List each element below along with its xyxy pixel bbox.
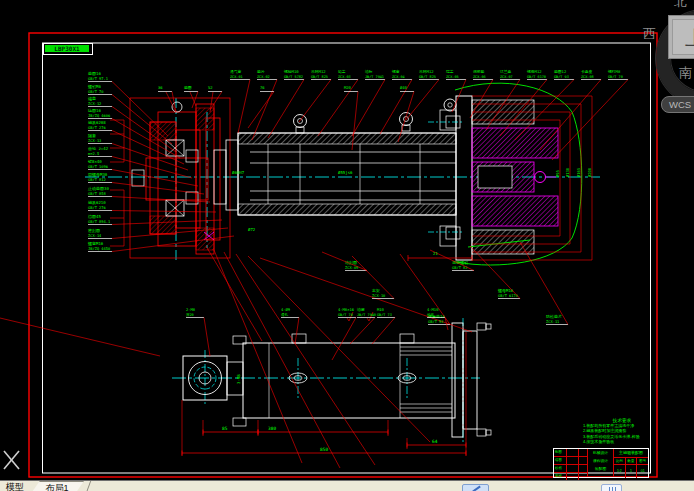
bottom-side-view[interactable]: [172, 318, 491, 456]
status-toggle-ruler[interactable]: [601, 484, 622, 491]
part-callout-label[interactable]: 螺塞M16: [88, 241, 104, 246]
part-callout-label[interactable]: 螺栓M10: [284, 69, 299, 74]
dim-text[interactable]: ZCX-01: [230, 75, 243, 79]
dim-text[interactable]: ZCX-14: [88, 234, 102, 238]
dim-text[interactable]: m=2.5: [88, 152, 99, 156]
dim-text[interactable]: 均布: [426, 313, 435, 317]
dim-text[interactable]: GB/T 6170: [527, 75, 546, 79]
dim-text[interactable]: ZCX-08: [581, 75, 594, 79]
dim-text[interactable]: 64: [432, 439, 438, 444]
part-callout-label[interactable]: 调整垫: [473, 69, 485, 74]
dim-text[interactable]: ZCX-07: [500, 75, 513, 79]
part-callout-label[interactable]: 垫圈: [184, 85, 192, 90]
part-callout-label[interactable]: Ø40: [400, 85, 408, 90]
dim-text[interactable]: ZCX-12: [88, 102, 101, 106]
dim-text[interactable]: Ø55js6: [338, 170, 353, 175]
dim-text[interactable]: 21: [433, 251, 438, 256]
dim-text[interactable]: Ø95: [555, 170, 560, 177]
dim-text[interactable]: 850: [320, 447, 328, 452]
tab-layout1[interactable]: 布局1: [30, 481, 84, 491]
dim-text[interactable]: GB/T 93: [554, 75, 569, 79]
part-callout-label[interactable]: 齿轮 z=42: [88, 146, 109, 151]
part-callout-label[interactable]: M20: [344, 85, 352, 90]
part-callout-label[interactable]: 螺钉M6: [88, 84, 101, 89]
chuck-flange[interactable]: [428, 96, 558, 260]
viewcube-west-label[interactable]: 西: [643, 25, 656, 43]
part-callout-label[interactable]: 轴承6208: [88, 120, 106, 125]
dim-text[interactable]: GB/T 894.1: [88, 220, 110, 224]
part-callout-label[interactable]: 4-M10: [427, 307, 439, 312]
dim-text[interactable]: GB/T 73: [377, 313, 392, 317]
part-callout-label[interactable]: 4-Ø9: [281, 307, 291, 312]
dim-text[interactable]: ZCX-13: [88, 139, 101, 143]
dim-text[interactable]: ZCX-10: [372, 294, 385, 298]
part-callout-label[interactable]: 螺母M16: [498, 288, 514, 293]
dim-text[interactable]: 380: [268, 426, 276, 431]
part-callout-label[interactable]: 法兰盘: [500, 69, 512, 74]
part-callout-label[interactable]: 36: [158, 85, 163, 90]
dim-text[interactable]: Ø72: [248, 227, 256, 232]
part-callout-label[interactable]: 端盖: [446, 69, 454, 74]
part-callout-label[interactable]: 卡盘座: [581, 69, 593, 74]
dim-text[interactable]: GB/T 276: [88, 126, 106, 130]
dim-text[interactable]: GB/T 70: [608, 75, 623, 79]
part-callout-label[interactable]: 轴承6210: [88, 200, 106, 205]
title-block[interactable]: 制图 描图 校核 审核 机械设计 课程设计 装配图 主轴箱装配图 比例 数量 图…: [553, 448, 649, 478]
dim-text[interactable]: 深20: [186, 313, 194, 317]
cad-canvas[interactable]: 垫圈16GB/T 97.1螺钉M6GB/T 70端盖ZCX-12毡圈16JB/Z…: [0, 0, 694, 491]
dim-text[interactable]: GB/T 812: [88, 178, 106, 182]
eyebolt[interactable]: [294, 99, 457, 133]
dim-text[interactable]: Ø165: [576, 168, 581, 177]
dim-text[interactable]: GB/T 825: [419, 75, 436, 79]
wcs-dropdown[interactable]: WCS: [661, 96, 694, 113]
dim-text[interactable]: ZCX-05: [446, 75, 459, 79]
dim-text[interactable]: GB/T 276: [88, 206, 106, 210]
part-callout-label[interactable]: 螺塞: [392, 69, 400, 74]
dim-text[interactable]: GB/T 858: [88, 192, 106, 196]
selection-stamp[interactable]: LBP30X1: [43, 43, 93, 55]
part-callout-label[interactable]: 毡圈16: [88, 108, 101, 113]
part-callout-label[interactable]: 吊环M12: [311, 69, 325, 74]
dim-text[interactable]: GB/T 70: [338, 313, 353, 317]
part-callout-label[interactable]: 止动垫圈30: [87, 186, 109, 191]
part-callout-label[interactable]: 垫圈12: [554, 69, 566, 74]
technical-notes[interactable]: 技术要求 1.装配前所有零件需清洗干净 2.轴承装配时加注润滑脂 3.装配后转动…: [583, 418, 671, 445]
dim-text[interactable]: JB/ZQ 4606: [88, 114, 110, 118]
viewcube-north-label[interactable]: 北: [674, 0, 687, 11]
part-callout-label[interactable]: 吊环M12: [419, 69, 433, 74]
dim-text[interactable]: Ø130: [565, 167, 570, 177]
part-callout-label[interactable]: 键8×40: [87, 159, 102, 164]
part-callout-label[interactable]: 端盖: [88, 96, 96, 101]
dim-text[interactable]: 通孔: [281, 312, 289, 317]
dim-text[interactable]: GB/T 825: [311, 75, 328, 79]
dim-text[interactable]: Ø60H7: [232, 170, 245, 175]
part-callout-label[interactable]: 油标: [365, 69, 373, 74]
part-callout-label[interactable]: 2-M8: [186, 307, 196, 312]
dim-text[interactable]: GB/T 5782: [284, 75, 303, 79]
part-callout-label[interactable]: 油嘴: [357, 307, 365, 312]
viewcube-top-face[interactable]: 上: [668, 15, 694, 59]
dim-text[interactable]: ZCX-06: [473, 75, 486, 79]
status-toggle-pencil[interactable]: [462, 484, 489, 491]
dim-text[interactable]: ZCX-02: [257, 75, 270, 79]
part-callout-label[interactable]: 圆螺母M30: [88, 172, 108, 177]
dim-text[interactable]: ZCX-04: [392, 75, 405, 79]
dim-text[interactable]: ZCX-11: [546, 320, 559, 324]
part-callout-label[interactable]: 箱盖: [338, 69, 346, 74]
dim-text[interactable]: GB/T 97.1: [88, 77, 108, 81]
viewcube-south-label[interactable]: 南: [679, 64, 692, 82]
dim-text[interactable]: 3-M8: [236, 374, 241, 384]
part-callout-label[interactable]: 垫片: [257, 69, 265, 74]
dim-text[interactable]: 85: [222, 426, 228, 431]
part-callout-label[interactable]: 76: [260, 85, 265, 90]
dim-text[interactable]: GB/T 1096: [88, 165, 108, 169]
part-callout-label[interactable]: 防松垫片: [546, 314, 562, 319]
dim-text[interactable]: GB/T 6170: [498, 294, 518, 298]
dim-text[interactable]: JB/T 7941: [365, 75, 384, 79]
dim-text[interactable]: GB/T 93: [428, 320, 444, 324]
part-callout-label[interactable]: M10: [377, 307, 385, 312]
dim-text[interactable]: Ø200: [587, 167, 592, 177]
tab-model[interactable]: 模型: [6, 481, 24, 491]
part-callout-label[interactable]: 螺钉M8: [608, 69, 621, 74]
part-callout-label[interactable]: 密封圈: [88, 228, 100, 233]
